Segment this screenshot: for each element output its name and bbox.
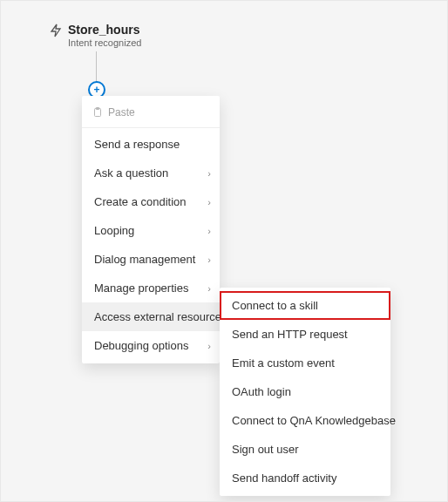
submenu-item-label: Send handoff activity [232,471,336,485]
submenu-item-label: Connect to a skill [232,299,318,312]
submenu-item[interactable]: Connect to a skill [220,291,390,320]
menu-item[interactable]: Create a condition› [82,187,220,216]
chevron-right-icon: › [207,341,211,351]
submenu-item-label: OAuth login [232,385,291,398]
chevron-right-icon: › [207,197,211,207]
menu-item-label: Ask a question [94,166,168,180]
menu-item-label: Send a response [94,138,180,151]
submenu-item[interactable]: Send an HTTP request [220,320,390,349]
trigger-title: Store_hours [68,23,141,37]
external-resources-submenu: Connect to a skillSend an HTTP requestEm… [220,288,390,496]
menu-item-label: Access external resources [94,310,227,323]
submenu-item-label: Sign out user [232,443,299,456]
menu-item[interactable]: Ask a question› [82,159,220,187]
menu-item-label: Dialog management [94,253,195,266]
menu-item-label: Looping [94,224,134,237]
submenu-item[interactable]: Sign out user [220,435,390,464]
clipboard-icon [92,107,103,118]
submenu-item-label: Send an HTTP request [232,328,348,341]
submenu-item[interactable]: OAuth login [220,377,390,406]
menu-item[interactable]: Dialog management› [82,245,220,274]
chevron-right-icon: › [207,226,211,236]
chevron-right-icon: › [207,283,211,294]
menu-item[interactable]: Access external resources› [82,302,220,331]
trigger-subtitle: Intent recognized [68,37,141,48]
menu-item[interactable]: Looping› [82,216,220,245]
connector-line [96,51,97,83]
trigger-node[interactable]: Store_hours Intent recognized [49,23,141,48]
menu-item[interactable]: Manage properties› [82,274,220,302]
menu-divider [82,127,220,128]
menu-item-label: Debugging options [94,339,188,352]
submenu-item-label: Emit a custom event [232,356,335,370]
paste-label: Paste [108,106,135,119]
menu-item-label: Create a condition [94,195,187,208]
action-menu: Paste Send a responseAsk a question›Crea… [82,96,220,363]
menu-item[interactable]: Debugging options› [82,331,220,360]
chevron-right-icon: › [207,168,211,179]
submenu-item[interactable]: Emit a custom event [220,349,390,377]
submenu-item[interactable]: Connect to QnA Knowledgebase [220,406,390,435]
menu-item-label: Manage properties [94,282,188,295]
submenu-item[interactable]: Send handoff activity [220,464,390,492]
lightning-icon [49,24,63,37]
trigger-text: Store_hours Intent recognized [68,23,141,48]
paste-action[interactable]: Paste [82,99,220,126]
menu-item[interactable]: Send a response [82,130,220,159]
submenu-item-label: Connect to QnA Knowledgebase [232,414,396,427]
chevron-right-icon: › [207,254,211,265]
